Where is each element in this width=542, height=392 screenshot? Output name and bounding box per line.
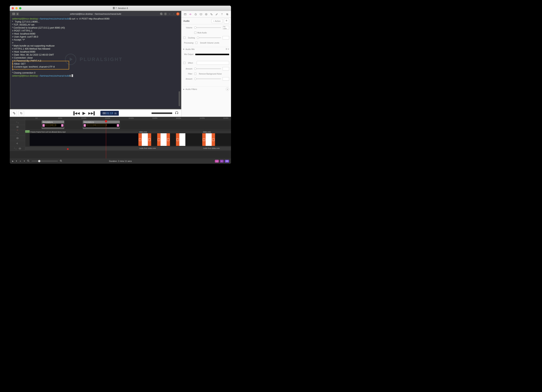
gear-icon[interactable]: ⚙ ▾ — [226, 48, 229, 50]
chevron-down-icon[interactable]: ▼ — [16, 160, 17, 162]
eye-icon[interactable] — [16, 137, 19, 140]
zoom-out-icon[interactable] — [27, 160, 30, 163]
annotation-clip[interactable]: Annotations — [83, 121, 120, 129]
play-button[interactable]: ▶ — [82, 111, 86, 116]
filter-amount-value[interactable] — [222, 77, 229, 81]
document-icon — [113, 7, 115, 9]
ducking-slider[interactable] — [197, 37, 221, 38]
track-head-annotations[interactable]: ⌃⌄ — [10, 120, 25, 129]
eye-icon[interactable] — [16, 126, 19, 129]
menu-icon[interactable]: ≡ — [164, 12, 167, 15]
inspector-title: Audio — [183, 20, 210, 22]
maximize-icon[interactable]: ▫ — [172, 12, 175, 15]
video-clip[interactable]: slides.m4v — [138, 131, 202, 146]
speaker-icon[interactable] — [16, 142, 19, 145]
video-tab-icon[interactable] — [184, 13, 187, 16]
scrollbar-thumb[interactable] — [179, 91, 180, 106]
close-icon[interactable]: ✕ — [176, 12, 179, 15]
inspector-toolbar — [181, 11, 231, 18]
skip-forward-button[interactable]: ▶▶▌ — [88, 111, 96, 115]
mute-checkbox[interactable]: Mute Audio — [194, 32, 229, 34]
audio-meter — [152, 113, 172, 114]
mix-output-label: Mix Output: — [183, 53, 194, 55]
timing-tab-icon[interactable] — [194, 13, 197, 16]
zoom-in-icon[interactable] — [60, 160, 62, 163]
minimize-icon[interactable]: — — [168, 12, 171, 15]
annotation-clip[interactable]: Annotations — [42, 121, 65, 129]
skip-back-button[interactable]: ▐◀◀ — [72, 111, 80, 115]
terminal-tab-icon[interactable] — [12, 12, 15, 15]
chevron-icon[interactable]: ⌃⌄ — [16, 121, 19, 124]
add-button[interactable]: ＋ — [19, 159, 22, 163]
pointer-tool-icon[interactable]: ➤ — [12, 160, 14, 163]
titlebar: 7. Iteration 6 — [10, 6, 231, 11]
audio-clip[interactable] — [25, 147, 138, 150]
magnet-pill-icon[interactable]: ⊂ — [220, 160, 224, 163]
screen-tab-icon[interactable] — [200, 13, 202, 16]
window-title: 7. Iteration 6 — [10, 7, 231, 10]
effect-amount-value[interactable] — [222, 67, 229, 70]
terminal-body[interactable]: PLURALSIGHT settermjd@linux-desktop:~/la… — [11, 16, 180, 108]
add-action-button[interactable]: + Action — [211, 19, 223, 23]
callout-tab-icon[interactable] — [205, 13, 208, 16]
duration-label: Duration: 2 mins 11 secs — [109, 160, 132, 162]
watermark: PLURALSIGHT — [65, 54, 123, 65]
svg-point-1 — [160, 13, 162, 14]
chevron-down-icon[interactable]: ▼ — [23, 160, 25, 162]
crop-button[interactable] — [18, 111, 24, 116]
svg-point-12 — [17, 127, 18, 127]
audio-clip[interactable]: Audio from slides.m4v — [202, 147, 231, 150]
noise-checkbox[interactable] — [194, 73, 196, 75]
effect-select[interactable] — [197, 61, 229, 65]
svg-rect-6 — [200, 13, 202, 15]
canvas-area[interactable]: ▾ settermjd@linux-desktop: ~/laminas/mez… — [10, 11, 181, 109]
video-clip[interactable]: Freeze Frame from curl not allowed demo.… — [30, 131, 138, 146]
link-tab-icon[interactable] — [210, 13, 213, 16]
video-clip[interactable]: slides.m4v — [202, 131, 231, 146]
track-head-audio[interactable]: ⌃⌄ — [10, 146, 25, 151]
audio-tab-icon[interactable] — [189, 13, 192, 16]
svg-point-8 — [211, 13, 211, 14]
terminal-dropdown-icon[interactable]: ▾ — [16, 12, 19, 15]
preset-button[interactable] — [224, 19, 229, 23]
audio-mix-section[interactable]: ▶Audio Mix⚙ ▾ — [183, 47, 229, 51]
detach-button[interactable] — [11, 111, 17, 116]
eye-icon[interactable] — [19, 147, 21, 150]
playhead[interactable] — [106, 120, 106, 158]
timecode-display[interactable]: 00:01:13 21 — [100, 111, 119, 116]
ducking-value[interactable] — [222, 36, 229, 39]
svg-point-13 — [17, 138, 18, 139]
terminal-titlebar: ▾ settermjd@linux-desktop: ~/laminas/mez… — [11, 12, 180, 16]
mix-output-meter — [195, 54, 229, 55]
fps-pill[interactable]: 30 — [225, 160, 229, 163]
filter-amount-slider[interactable] — [194, 79, 221, 79]
search-icon[interactable] — [160, 12, 163, 15]
add-filter-button[interactable]: + — [226, 87, 229, 91]
headphones-icon[interactable] — [175, 111, 179, 115]
freeze-frame-clip[interactable] — [25, 130, 30, 133]
timeline-tracks[interactable]: ⌃⌄ Annotations Annotations 🔇 ⌃⌄ — [10, 120, 231, 158]
svg-rect-4 — [184, 13, 186, 15]
chevron-icon[interactable]: ⌃⌄ — [16, 132, 19, 134]
ducking-checkbox[interactable] — [183, 37, 185, 39]
amount-label: Amount: — [183, 68, 193, 70]
terminal-title: settermjd@linux-desktop: ~/laminas/mezzi… — [11, 13, 180, 15]
effect-checkbox[interactable] — [183, 62, 185, 64]
volume-value[interactable]: No Sele — [222, 26, 229, 29]
audio-filters-section[interactable]: ▶Audio Filters+ — [183, 86, 229, 92]
track-head-video[interactable]: ⌃⌄ — [10, 130, 25, 146]
volume-label: Volume: — [183, 27, 193, 29]
volume-slider[interactable] — [194, 27, 221, 28]
timeline-ruler[interactable]: 1m 1m5s 1m10s 1m15s 1m20s 1m25s 1m30s 1m… — [10, 117, 231, 120]
chevron-icon[interactable]: ⌃⌄ — [14, 148, 17, 150]
layers-tab-icon[interactable] — [226, 13, 229, 16]
text-tab-icon[interactable] — [221, 13, 223, 16]
audio-clip[interactable]: Audio from slides.m4v — [138, 147, 202, 150]
pen-tab-icon[interactable] — [215, 13, 218, 16]
effect-amount-slider[interactable] — [194, 68, 221, 69]
timeline: 1m 1m5s 1m10s 1m15s 1m20s 1m25s 1m30s 1m… — [10, 117, 231, 164]
svg-rect-11 — [227, 14, 228, 15]
marker-pill-icon[interactable]: ▭ — [215, 160, 219, 163]
smooth-checkbox[interactable] — [195, 42, 198, 44]
zoom-slider[interactable] — [32, 161, 58, 161]
